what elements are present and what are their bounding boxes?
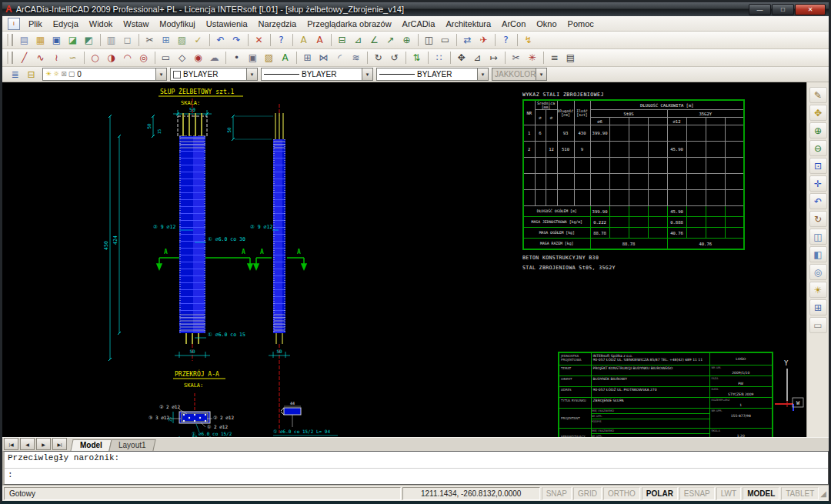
- toggle-esnap[interactable]: ESNAP: [679, 487, 715, 500]
- draw-line-button[interactable]: ╱: [16, 50, 32, 65]
- layer-tools-button[interactable]: ▤: [562, 50, 579, 65]
- maximize-button[interactable]: □: [772, 4, 794, 15]
- toolbar-grip[interactable]: [7, 52, 13, 64]
- drawing-canvas[interactable]: SŁUP ŻELBETOWY szt.1 SKALA: 50: [2, 82, 806, 437]
- redo-button[interactable]: ↷: [229, 32, 245, 48]
- menu-item[interactable]: Edycja: [48, 18, 84, 30]
- mod-offset-button[interactable]: ≋: [348, 50, 364, 65]
- menu-item[interactable]: Architektura: [440, 18, 496, 30]
- menu-item[interactable]: Widok: [84, 18, 118, 30]
- menu-item[interactable]: ArCADia: [397, 18, 441, 30]
- draw-polyline-button[interactable]: ∿: [32, 50, 48, 65]
- draw-circle-2p-button[interactable]: ◑: [103, 50, 119, 65]
- new-file-button[interactable]: ▤: [16, 32, 32, 48]
- menu-item[interactable]: ArCon: [496, 18, 531, 30]
- toggle-polar[interactable]: POLAR: [642, 487, 678, 500]
- draw-polygon-button[interactable]: ◇: [174, 50, 190, 65]
- paste-button[interactable]: ▨: [174, 32, 190, 48]
- resize-grip-icon[interactable]: ◢: [820, 489, 827, 498]
- layer-explorer-button[interactable]: ⊟: [23, 67, 39, 82]
- print-preview-button[interactable]: ◻: [119, 32, 135, 48]
- dim-leader-button[interactable]: ↗: [382, 32, 399, 48]
- mod-array-button[interactable]: ∷: [431, 50, 447, 65]
- 3d-views-button[interactable]: ◧: [809, 246, 827, 262]
- color-combo[interactable]: BYLAYER ▼: [170, 68, 258, 81]
- redline-pen-button[interactable]: ✎: [809, 87, 827, 103]
- etransmit-button[interactable]: ✈: [476, 32, 492, 48]
- text-style-button[interactable]: A: [295, 32, 312, 48]
- layout-tab[interactable]: Layout1: [108, 439, 155, 451]
- camera-button[interactable]: ◎: [809, 264, 827, 280]
- linetype-combo[interactable]: BYLAYER ▼: [261, 68, 373, 81]
- minimize-button[interactable]: —: [749, 4, 771, 15]
- mod-rotate-button[interactable]: ↻: [370, 50, 386, 65]
- draw-arc-button[interactable]: ◠: [119, 50, 135, 65]
- open-file-button[interactable]: ▦: [32, 32, 48, 48]
- menu-item[interactable]: Okno: [531, 18, 562, 30]
- dim-center-button[interactable]: ⊕: [399, 32, 415, 48]
- draw-region-button[interactable]: ▣: [245, 50, 261, 65]
- mod-mirror-button[interactable]: ⋈: [315, 50, 332, 65]
- orbit-button[interactable]: ↻: [809, 211, 827, 227]
- chevron-down-icon[interactable]: ▼: [362, 68, 372, 80]
- command-window[interactable]: Przeciwległy narożnik: :: [2, 451, 829, 485]
- mod-move-button[interactable]: ✥: [453, 50, 469, 65]
- command-input[interactable]: :: [5, 469, 828, 485]
- cell-button[interactable]: ▭: [809, 317, 827, 333]
- layers-dialog-button[interactable]: ≣: [7, 67, 23, 82]
- draw-sketch-button[interactable]: ∽: [65, 50, 81, 65]
- toggle-model[interactable]: MODEL: [743, 487, 779, 500]
- mod-fillet-button[interactable]: ◜: [332, 50, 348, 65]
- menu-item[interactable]: Plik: [23, 18, 48, 30]
- document-icon[interactable]: i: [8, 18, 20, 30]
- menu-item[interactable]: Narzędzia: [253, 18, 302, 30]
- render-button[interactable]: ☀: [809, 282, 827, 298]
- close-button[interactable]: ✕: [795, 4, 826, 15]
- draw-point-button[interactable]: •: [229, 50, 245, 65]
- draw-donut-button[interactable]: ◉: [190, 50, 206, 65]
- menu-item[interactable]: Pomoc: [562, 18, 599, 30]
- publish-button[interactable]: ◩: [81, 32, 97, 48]
- dim-angular-button[interactable]: ∠: [366, 32, 382, 48]
- viewport-multi-button[interactable]: ▭: [437, 32, 453, 48]
- pan-hand-button[interactable]: ✥: [809, 105, 827, 121]
- draw-text-button[interactable]: A: [277, 50, 293, 65]
- help-button[interactable]: ?: [273, 32, 289, 48]
- toggle-ortho[interactable]: ORTHO: [603, 487, 640, 500]
- zoom-out-button[interactable]: ⊖: [809, 140, 827, 156]
- save-file-button[interactable]: ▣: [48, 32, 65, 48]
- toggle-tablet[interactable]: TABLET: [781, 487, 819, 500]
- menu-item[interactable]: Ustawienia: [201, 18, 253, 30]
- toggle-lwt[interactable]: LWT: [716, 487, 741, 500]
- draw-circle-button[interactable]: ○: [87, 50, 103, 65]
- view-previous-button[interactable]: ↶: [809, 193, 827, 209]
- zoom-in-button[interactable]: ⊕: [809, 122, 827, 139]
- mod-explode-button[interactable]: ✳: [524, 50, 540, 65]
- mod-stretch-button[interactable]: ↦: [486, 50, 502, 65]
- dim-style-button[interactable]: A: [312, 32, 328, 48]
- pan-button[interactable]: ✛: [809, 175, 827, 192]
- dim-aligned-button[interactable]: ⊿: [350, 32, 366, 48]
- toggle-snap[interactable]: SNAP: [542, 487, 572, 500]
- toggle-grid[interactable]: GRID: [573, 487, 602, 500]
- mod-align-button[interactable]: ⇅: [409, 50, 425, 65]
- zoom-window-button[interactable]: ⊡: [809, 158, 827, 174]
- coordinates-display[interactable]: 1211.1434, -260.8132,0.0000: [402, 487, 540, 500]
- cut-button[interactable]: ✂: [142, 32, 158, 48]
- toolbar-grip[interactable]: [7, 34, 13, 46]
- draw-spline-button[interactable]: ≀: [48, 50, 65, 65]
- tab-next-button[interactable]: ▶: [36, 438, 51, 450]
- tab-first-button[interactable]: |◀: [4, 438, 18, 450]
- mod-rotate-ref-button[interactable]: ↺: [386, 50, 402, 65]
- mod-copy-button[interactable]: ⊞: [299, 50, 315, 65]
- hyperlink-button[interactable]: ⇄: [459, 32, 476, 48]
- plot-button[interactable]: ▥: [103, 32, 119, 48]
- lineweight-combo[interactable]: BYLAYER ▼: [376, 68, 489, 81]
- menu-item[interactable]: Przeglądarka obrazów: [302, 18, 396, 30]
- arcadia-start-button[interactable]: ↯: [520, 32, 536, 48]
- properties-button[interactable]: ≡: [546, 50, 562, 65]
- mod-trim-button[interactable]: ✂: [508, 50, 524, 65]
- layer-combo[interactable]: ☀☼⊠▢ 0 ▼: [42, 68, 167, 81]
- layout-grid-button[interactable]: ⊞: [809, 299, 827, 315]
- undo-button[interactable]: ↶: [212, 32, 229, 48]
